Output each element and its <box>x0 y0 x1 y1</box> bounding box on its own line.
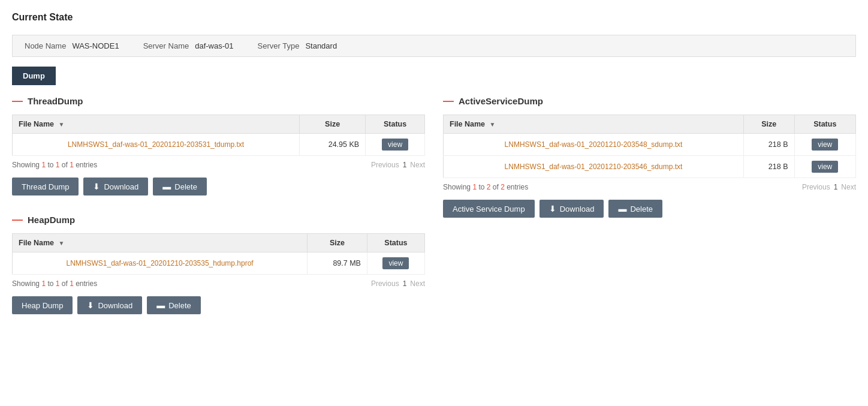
table-row: LNMHSWS1_daf-was-01_20201210-203531_tdum… <box>13 134 425 156</box>
thread-dump-file-name: LNMHSWS1_daf-was-01_20201210-203531_tdum… <box>13 134 300 156</box>
active-service-dump-title: — ActiveServiceDump <box>443 95 856 107</box>
active-service-dump-column: — ActiveServiceDump File Name ▼ Size Sta… <box>443 95 856 332</box>
thread-dump-download-button[interactable]: ⬇ Download <box>83 178 148 196</box>
heap-delete-icon: ▬ <box>156 300 165 310</box>
heap-dump-file-size: 89.7 MB <box>308 252 367 275</box>
active-service-dump-file-size: 218 B <box>743 134 794 156</box>
download-icon: ⬇ <box>93 182 100 191</box>
heap-dump-table: File Name ▼ Size Status LNMHSWS1_daf-was… <box>12 233 425 275</box>
thread-dump-column: — ThreadDump File Name ▼ Size Status LNM… <box>12 95 425 332</box>
heap-dump-file-link[interactable]: LNMHSWS1_daf-was-01_20201210-203535_hdum… <box>66 259 253 267</box>
active-service-dump-button[interactable]: Active Service Dump <box>443 200 535 218</box>
thread-dump-file-size: 24.95 KB <box>300 134 366 156</box>
active-service-dump-col-size: Size <box>743 115 794 134</box>
thread-dump-next-btn[interactable]: Next <box>410 161 425 169</box>
thread-dump-button[interactable]: Thread Dump <box>12 178 79 196</box>
heap-dump-pagination: Showing 1 to 1 of 1 entries Previous 1 N… <box>12 279 425 288</box>
thread-dump-col-status: Status <box>366 115 425 134</box>
active-service-dump-dash: — <box>443 95 454 107</box>
active-service-dump-actions: Active Service Dump ⬇ Download ▬ Delete <box>443 200 856 218</box>
heap-dump-col-size: Size <box>308 234 367 252</box>
active-service-dump-previous-btn[interactable]: Previous <box>802 183 830 191</box>
node-name-value: WAS-NODE1 <box>72 41 119 50</box>
active-service-dump-file-name: LNMHSWS1_daf-was-01_20201210-203548_sdum… <box>444 134 744 156</box>
thread-dump-title: — ThreadDump <box>12 95 425 107</box>
thread-dump-file-status: view <box>366 134 425 156</box>
server-type-label: Server Type <box>258 41 300 50</box>
active-service-dump-heading: ActiveServiceDump <box>459 96 543 106</box>
heap-dump-next-btn[interactable]: Next <box>410 279 425 288</box>
active-service-dump-delete-button[interactable]: ▬ Delete <box>608 200 662 218</box>
heap-dump-view-button[interactable]: view <box>382 257 409 269</box>
thread-dump-section: — ThreadDump File Name ▼ Size Status LNM… <box>12 95 425 196</box>
active-service-dump-next-btn[interactable]: Next <box>841 183 856 191</box>
node-name-label: Node Name <box>25 41 66 50</box>
table-row: LNMHSWS1_daf-was-01_20201210-203535_hdum… <box>13 252 425 275</box>
node-name-item: Node Name WAS-NODE1 <box>25 41 119 50</box>
server-type-value: Standard <box>305 41 337 50</box>
heap-dump-actions: Heap Dump ⬇ Download ▬ Delete <box>12 296 425 314</box>
heap-dump-heading: HeapDump <box>28 215 75 225</box>
page-title: Current State <box>12 12 856 23</box>
active-service-dump-table: File Name ▼ Size Status LNMHSWS1_daf-was… <box>443 115 856 178</box>
active-service-dump-download-button[interactable]: ⬇ Download <box>540 200 604 218</box>
active-service-dump-page-num: 1 <box>834 183 838 191</box>
heap-dump-pagination-info: Showing 1 to 1 of 1 entries <box>12 279 97 288</box>
thread-dump-file-link[interactable]: LNMHSWS1_daf-was-01_20201210-203531_tdum… <box>68 140 244 149</box>
active-service-dump-file-size: 218 B <box>743 156 794 178</box>
active-service-dump-file-link[interactable]: LNMHSWS1_daf-was-01_20201210-203546_sdum… <box>505 163 683 171</box>
heap-dump-title: — HeapDump <box>12 213 425 226</box>
heap-dump-col-status: Status <box>367 234 424 252</box>
thread-dump-actions: Thread Dump ⬇ Download ▬ Delete <box>12 178 425 196</box>
heap-dump-sort-icon: ▼ <box>59 240 65 246</box>
heap-dump-file-name: LNMHSWS1_daf-was-01_20201210-203535_hdum… <box>13 252 308 275</box>
heap-dump-previous-btn[interactable]: Previous <box>371 279 399 288</box>
active-service-dump-view-button[interactable]: view <box>812 139 838 151</box>
thread-dump-previous-btn[interactable]: Previous <box>371 161 399 169</box>
active-service-dump-pagination: Showing 1 to 2 of 2 entries Previous 1 N… <box>443 183 856 191</box>
thread-dump-pagination: Showing 1 to 1 of 1 entries Previous 1 N… <box>12 161 425 169</box>
active-service-dump-sort-icon: ▼ <box>490 121 496 128</box>
active-service-dump-section: — ActiveServiceDump File Name ▼ Size Sta… <box>443 95 856 218</box>
thread-dump-col-size: Size <box>300 115 366 134</box>
thread-dump-pagination-nav: Previous 1 Next <box>371 161 425 169</box>
thread-dump-col-filename[interactable]: File Name ▼ <box>13 115 300 134</box>
thread-dump-dash: — <box>12 95 23 107</box>
heap-download-icon: ⬇ <box>87 300 94 310</box>
heap-dump-section: — HeapDump File Name ▼ Size Status LNMHS… <box>12 213 425 314</box>
active-service-dump-pagination-nav: Previous 1 Next <box>802 183 856 191</box>
active-service-dump-file-status: view <box>794 156 855 178</box>
active-service-dump-view-button[interactable]: view <box>812 161 838 173</box>
active-service-dump-pagination-info: Showing 1 to 2 of 2 entries <box>443 183 528 191</box>
thread-dump-delete-button[interactable]: ▬ Delete <box>153 178 207 196</box>
table-row: LNMHSWS1_daf-was-01_20201210-203548_sdum… <box>444 134 856 156</box>
heap-dump-download-button[interactable]: ⬇ Download <box>77 296 142 314</box>
heap-dump-delete-button[interactable]: ▬ Delete <box>147 296 201 314</box>
active-service-dump-col-status: Status <box>794 115 855 134</box>
server-name-label: Server Name <box>143 41 189 50</box>
thread-dump-view-button[interactable]: view <box>382 139 408 151</box>
active-service-dump-file-status: view <box>794 134 855 156</box>
server-name-item: Server Name daf-was-01 <box>143 41 234 50</box>
thread-dump-page-num: 1 <box>403 161 407 169</box>
heap-dump-page-num: 1 <box>403 279 407 288</box>
active-service-dump-file-link[interactable]: LNMHSWS1_daf-was-01_20201210-203548_sdum… <box>505 140 683 149</box>
active-service-dump-col-filename[interactable]: File Name ▼ <box>444 115 744 134</box>
server-name-value: daf-was-01 <box>195 41 233 50</box>
active-delete-icon: ▬ <box>618 204 626 213</box>
dump-tab[interactable]: Dump <box>12 67 56 85</box>
heap-dump-col-filename[interactable]: File Name ▼ <box>13 234 308 252</box>
active-service-dump-file-name: LNMHSWS1_daf-was-01_20201210-203546_sdum… <box>444 156 744 178</box>
heap-dump-pagination-nav: Previous 1 Next <box>371 279 425 288</box>
table-row: LNMHSWS1_daf-was-01_20201210-203546_sdum… <box>444 156 856 178</box>
server-type-item: Server Type Standard <box>258 41 337 50</box>
heap-dump-dash: — <box>12 213 23 226</box>
heap-dump-button[interactable]: Heap Dump <box>12 296 73 314</box>
delete-icon: ▬ <box>162 182 171 191</box>
thread-dump-sort-icon: ▼ <box>59 121 65 128</box>
info-bar: Node Name WAS-NODE1 Server Name daf-was-… <box>12 35 856 57</box>
thread-dump-table: File Name ▼ Size Status LNMHSWS1_daf-was… <box>12 115 425 156</box>
thread-dump-pagination-info: Showing 1 to 1 of 1 entries <box>12 161 97 169</box>
heap-dump-file-status: view <box>367 252 424 275</box>
main-columns: — ThreadDump File Name ▼ Size Status LNM… <box>12 95 856 332</box>
